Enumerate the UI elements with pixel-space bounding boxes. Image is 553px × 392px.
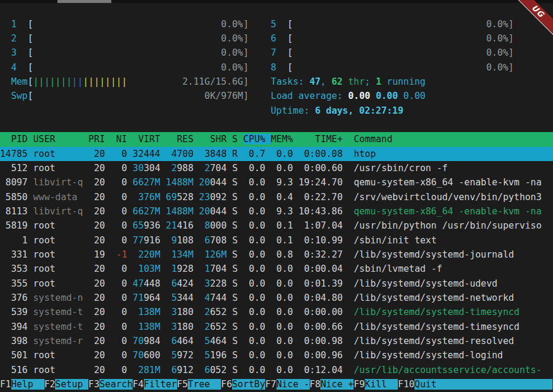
mem-percent-cell: 0.0 (271, 149, 292, 159)
fkey-search-button[interactable]: Search (99, 379, 133, 390)
time-cell: 0:01.39 (298, 278, 343, 289)
mem-bar-blue-buffers: || (72, 76, 83, 87)
mem-percent-cell: 0.4 (271, 192, 292, 203)
fkey-nice--button[interactable]: Nice - (276, 379, 310, 390)
fkey-f1-key: F1 (0, 379, 11, 390)
process-row-5819[interactable]: 5819 root 20 0 65936 21416 8000 S 0.0 0.… (0, 219, 553, 233)
cpu-percent-cell: 0.0 (243, 206, 265, 217)
process-row-331[interactable]: 331 root 19 -1 220M 134M 126M S 0.0 0.8 … (0, 248, 553, 262)
spacer (83, 235, 88, 246)
process-row-501[interactable]: 501 root 20 0 70600 5972 5196 S 0.0 0.0 … (0, 348, 553, 362)
spacer (83, 293, 88, 303)
fkey-setup-button[interactable]: Setup (55, 379, 88, 390)
spacer (343, 365, 354, 375)
process-row-5850[interactable]: 5850 www-data 20 0 376M 69528 23092 S 0.… (0, 190, 553, 204)
cpu-7-label: 7 (271, 47, 287, 58)
column-header-shr[interactable]: SHR (199, 134, 227, 144)
uptime-seg-0: Uptime: (271, 105, 315, 116)
res-cell-low: 424 (177, 278, 194, 289)
res-cell-low: 108 (177, 235, 194, 246)
time-cell: 0:00.04 (298, 264, 343, 274)
spacer (237, 278, 243, 289)
process-row-516[interactable]: 516 root 20 0 281M 6912 6052 S 0.0 0.0 0… (0, 363, 553, 377)
nice-cell: 0 (111, 307, 127, 317)
cpu-meters-row-1: 1 [ 0.0%] 5 [ 0.0%] (0, 17, 553, 31)
process-row-394[interactable]: 394 systemd-t 20 0 138M 3180 2652 S 0.0 … (0, 320, 553, 334)
spacer (293, 249, 298, 260)
spacer (343, 322, 354, 332)
column-header-pid[interactable]: PID (0, 134, 28, 144)
fkey-filter-button[interactable]: Filter (144, 379, 177, 390)
command-cell: /sbin/lvmetad -f (353, 264, 442, 274)
pid-cell: 5850 (0, 192, 28, 203)
column-header-pri[interactable]: PRI (88, 134, 105, 144)
fkey-tree-button[interactable]: Tree (188, 379, 221, 390)
pid-cell: 5819 (0, 220, 28, 231)
spacer (160, 322, 166, 332)
fkey-nice--button[interactable]: Nice + (320, 379, 353, 390)
spacer (83, 220, 88, 231)
spacer (111, 249, 116, 260)
column-header-user[interactable]: USER (33, 134, 83, 144)
process-row-1[interactable]: 1 root 20 0 77916 9108 6708 S 0.0 0.1 0:… (0, 233, 553, 248)
command-cell: /lib/systemd/systemd-resolved (353, 336, 514, 346)
fkey-sortby-button[interactable]: SortBy (232, 379, 265, 390)
virt-cell: 138M (138, 307, 160, 317)
process-row-512[interactable]: 512 root 20 0 30304 2988 2704 S 0.0 0.0 … (0, 161, 553, 175)
process-row-539[interactable]: 539 systemd-t 20 0 138M 3180 2652 S 0.0 … (0, 305, 553, 319)
spacer (133, 264, 138, 274)
spacer (194, 163, 199, 173)
spacer (194, 235, 199, 246)
window-tab-fragment[interactable] (57, 0, 111, 3)
spacer (83, 336, 88, 346)
process-row-8097[interactable]: 8097 libvirt-q 20 0 6627M 1488M 20044 S … (0, 175, 553, 189)
column-header-cpu[interactable]: CPU% (243, 134, 271, 144)
process-row-376[interactable]: 376 systemd-n 20 0 71964 5344 4744 S 0.0… (0, 291, 553, 305)
nice-cell: 0 (111, 278, 127, 289)
process-row-353[interactable]: 353 root 20 0 103M 1928 1704 S 0.0 0.0 0… (0, 262, 553, 276)
spacer (194, 350, 199, 361)
cpu-1-meter-value: 0.0% (33, 19, 243, 30)
process-row-398[interactable]: 398 systemd-r 20 0 70984 6464 5464 S 0.0… (0, 334, 553, 348)
spacer (194, 206, 199, 217)
spacer (127, 177, 133, 188)
fkey-help-button[interactable]: Help (11, 379, 44, 390)
virt-cell-low: 984 (144, 336, 160, 346)
spacer (194, 177, 199, 188)
cpu-1-label: 1 (0, 19, 28, 30)
nice-cell: 0 (111, 322, 127, 332)
res-cell: 6 (171, 278, 176, 289)
process-row-14785[interactable]: 14785 root 20 0 32444 4700 3848 R 0.7 0.… (0, 147, 553, 161)
user-cell: systemd-n (33, 293, 83, 303)
shr-cell-low: 708 (210, 235, 227, 246)
fkey-quit-button[interactable]: Quit (414, 379, 552, 390)
spacer (293, 322, 298, 332)
mem-percent-cell: 0.0 (271, 307, 292, 317)
process-row-355[interactable]: 355 root 20 0 47448 6424 3228 S 0.0 0.0 … (0, 277, 553, 291)
column-header-ni[interactable]: NI (111, 134, 127, 144)
spacer (227, 149, 232, 159)
column-header-time[interactable]: TIME+ (298, 134, 343, 144)
res-cell-low: 528 (177, 192, 194, 203)
nice-cell: 0 (111, 235, 127, 246)
meter-close-bracket: ] (243, 62, 249, 73)
column-header-mem[interactable]: MEM% (271, 134, 292, 144)
spacer (293, 192, 298, 203)
htop-terminal-screen: 1 [ 0.0%] 5 [ 0.0%] 2 [ 0.0%] 6 [ 0.0%] … (0, 0, 553, 392)
column-header-virt[interactable]: VIRT (133, 134, 160, 144)
priority-cell: 20 (88, 235, 105, 246)
column-header-command[interactable]: Command (353, 134, 392, 144)
res-cell-low: 928 (177, 264, 194, 274)
cpu-3-meter-value: 0.0% (33, 47, 243, 58)
pid-cell: 331 (0, 249, 28, 260)
spacer (83, 192, 88, 203)
process-row-8113[interactable]: 8113 libvirt-q 20 0 6627M 1488M 20044 S … (0, 204, 553, 219)
fkey-kill-button[interactable]: Kill (365, 379, 398, 390)
column-header-res[interactable]: RES (166, 134, 194, 144)
spacer (237, 322, 243, 332)
spacer (83, 350, 88, 361)
spacer (343, 192, 354, 203)
swp-value: 0K/976M (204, 91, 243, 101)
mem-label: Mem (11, 76, 28, 87)
spacer (194, 249, 199, 260)
